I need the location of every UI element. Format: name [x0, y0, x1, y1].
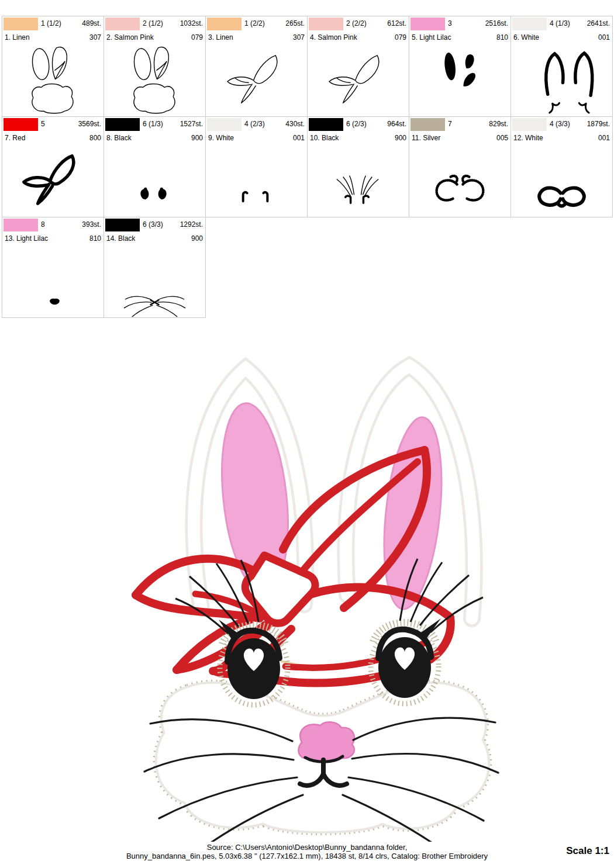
thread-color-swatch: [105, 18, 140, 30]
color-step-cell-11: 7829st.11. Silver005: [409, 116, 511, 217]
thread-color-name: 8. Black: [106, 134, 132, 142]
thread-color-name: 3. Linen: [208, 33, 233, 42]
thread-color-code: 001: [293, 134, 305, 142]
step-thumbnail-lash-hooks: [308, 144, 409, 217]
color-step-cell-7: 53569st.7. Red800: [2, 116, 104, 217]
thread-color-name: 10. Black: [310, 134, 339, 142]
thread-color-code: 810: [89, 234, 101, 243]
thread-color-code: 001: [598, 33, 610, 42]
thread-color-swatch: [4, 118, 38, 131]
thread-color-code: 307: [293, 33, 305, 42]
thread-color-code: 810: [496, 33, 508, 42]
step-thumbnail-ear-bands: [511, 43, 612, 116]
step-number: 1 (2/2): [244, 19, 265, 27]
thread-color-swatch: [4, 18, 38, 30]
thread-color-swatch: [411, 18, 445, 30]
thread-color-swatch: [512, 18, 547, 30]
step-number: 8: [41, 220, 45, 229]
thread-color-swatch: [207, 18, 242, 30]
step-number: 6 (2/3): [346, 120, 367, 128]
thread-color-swatch: [4, 219, 38, 231]
stitch-count: 393st.: [82, 220, 101, 229]
thread-color-name: 14. Black: [106, 234, 135, 243]
color-step-cell-2: 2 (1/2)1032st.2. Salmon Pink079: [104, 16, 206, 117]
thread-color-swatch: [411, 118, 445, 131]
scale-label: Scale 1:1: [566, 845, 609, 857]
color-step-cell-12: 4 (3/3)1879st.12. White001: [510, 116, 613, 217]
thread-color-name: 9. White: [208, 134, 234, 142]
thread-color-code: 800: [89, 134, 101, 142]
stitch-count: 829st.: [489, 120, 508, 128]
color-step-cell-9: 4 (2/3)430st.9. White001: [205, 116, 308, 217]
thread-color-swatch: [105, 219, 140, 231]
step-thumbnail-bow-filled: [2, 144, 104, 217]
thread-color-swatch: [207, 118, 242, 131]
thread-color-swatch: [512, 118, 547, 131]
thread-color-code: 900: [191, 234, 203, 243]
step-thumbnail-head-outline: [2, 43, 104, 116]
nose: [299, 722, 354, 762]
step-number: 5: [41, 120, 45, 128]
color-step-cell-14: 6 (3/3)1292st.14. Black900: [104, 217, 206, 318]
step-number: 6 (3/3): [143, 220, 163, 229]
thread-color-name: 12. White: [513, 134, 543, 142]
color-step-cell-10: 6 (2/3)964st.10. Black900: [307, 116, 409, 217]
color-step-cell-13: 8393st.13. Light Lilac810: [2, 217, 104, 318]
step-thumbnail-eyes: [104, 144, 205, 217]
thread-color-swatch: [105, 118, 140, 131]
thread-color-code: 001: [598, 134, 610, 142]
stitch-count: 265st.: [285, 19, 305, 27]
stitch-count: 1879st.: [587, 120, 610, 128]
thread-color-code: 900: [191, 134, 203, 142]
step-number: 3: [448, 19, 452, 27]
thread-color-code: 005: [496, 134, 508, 142]
step-thumbnail-eye-highlights: [206, 144, 307, 217]
stitch-count: 1032st.: [180, 19, 203, 27]
step-thumbnail-inner-ears: [409, 43, 510, 116]
color-step-cell-3: 1 (2/2)265st.3. Linen307: [205, 16, 308, 117]
step-thumbnail-bow-outline: [206, 43, 307, 116]
thread-color-name: 1. Linen: [5, 33, 30, 42]
thread-color-code: 079: [191, 33, 203, 42]
thread-color-name: 6. White: [513, 33, 539, 42]
source-line2: Bunny_bandanna_6in.pes, 5.03x6.38 " (127…: [0, 852, 614, 860]
thread-color-name: 5. Light Lilac: [412, 33, 451, 42]
step-number: 6 (1/3): [143, 120, 163, 128]
thread-color-swatch: [309, 118, 343, 131]
thread-color-name: 2. Salmon Pink: [106, 33, 154, 42]
stitch-count: 2641st.: [587, 19, 610, 27]
thread-color-swatch: [309, 18, 343, 30]
step-thumbnail-whiskers: [104, 244, 205, 317]
color-step-cell-4: 2 (2/2)612st.4. Salmon Pink079: [307, 16, 409, 117]
color-step-cell-6: 4 (1/3)2641st.6. White001: [510, 16, 613, 117]
stitch-count: 2516st.: [485, 19, 508, 27]
color-step-cell-1: 1 (1/2)489st.1. Linen307: [2, 16, 104, 117]
step-number: 2 (2/2): [346, 19, 367, 27]
color-sequence-grid: 1 (1/2)489st.1. Linen3072 (1/2)1032st.2.…: [2, 16, 614, 318]
step-number: 4 (3/3): [550, 120, 570, 128]
bunny-artwork: [130, 344, 516, 842]
color-step-cell-5: 32516st.5. Light Lilac810: [409, 16, 511, 117]
source-line1: Source: C:\Users\Antonio\Desktop\Bunny_b…: [0, 843, 614, 852]
stitch-count: 430st.: [285, 120, 305, 128]
stitch-count: 1527st.: [180, 120, 203, 128]
step-thumbnail-nose: [2, 244, 104, 317]
thread-color-name: 4. Salmon Pink: [310, 33, 357, 42]
stitch-count: 489st.: [82, 19, 101, 27]
step-thumbnail-bow-outline: [308, 43, 409, 116]
thread-color-code: 079: [395, 33, 406, 42]
step-number: 2 (1/2): [143, 19, 163, 27]
step-number: 7: [448, 120, 452, 128]
stitch-count: 612st.: [387, 19, 406, 27]
thread-color-code: 307: [89, 33, 101, 42]
source-info: Source: C:\Users\Antonio\Desktop\Bunny_b…: [0, 843, 614, 860]
step-thumbnail-eye-fuzz: [409, 144, 510, 217]
step-number: 1 (1/2): [41, 19, 61, 27]
step-number: 4 (1/3): [550, 19, 570, 27]
right-inner-ear: [376, 414, 450, 612]
step-number: 4 (2/3): [244, 120, 265, 128]
stitch-count: 964st.: [387, 120, 406, 128]
stitch-count: 1292st.: [180, 220, 203, 229]
print-preview-page: { "steps": [ {"step":"1 (1/2)","stitches…: [0, 0, 614, 868]
thread-color-name: 7. Red: [5, 134, 25, 142]
